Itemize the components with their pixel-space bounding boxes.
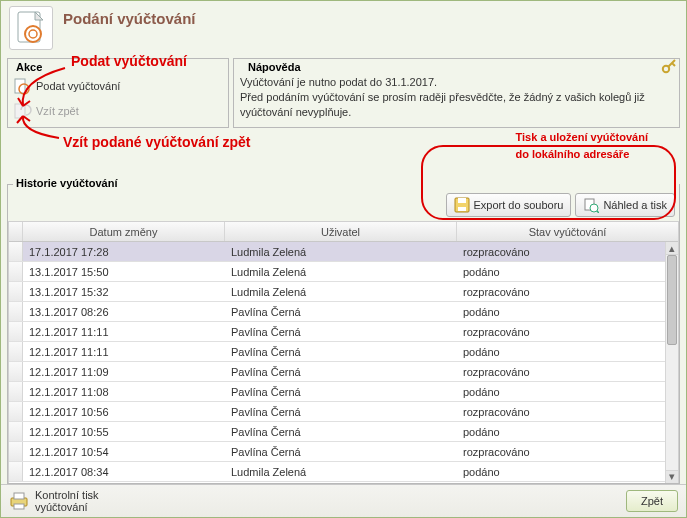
cell-state: rozpracováno: [457, 406, 665, 418]
page-title: Podání vyúčtování: [53, 6, 196, 27]
table-row[interactable]: 13.1.2017 08:26Pavlína Černápodáno: [9, 302, 665, 322]
footer: Kontrolní tisk vyúčtování Zpět: [1, 484, 686, 517]
header: Podání vyúčtování Podat vyúčtování: [1, 1, 686, 50]
col-date[interactable]: Datum změny: [23, 222, 225, 241]
annotation-undo: Vzít podané vyúčtování zpět: [63, 134, 250, 150]
key-icon[interactable]: [660, 57, 678, 77]
col-state[interactable]: Stav vyúčtování: [457, 222, 678, 241]
scroll-track[interactable]: [666, 255, 678, 470]
cell-date: 12.1.2017 11:09: [23, 366, 225, 378]
action-undo: Vzít zpět: [8, 98, 228, 123]
cell-user: Pavlína Černá: [225, 426, 457, 438]
submit-icon: [12, 76, 32, 96]
cell-user: Pavlína Černá: [225, 346, 457, 358]
table-row[interactable]: 12.1.2017 10:54Pavlína Černározpracováno: [9, 442, 665, 462]
export-button[interactable]: Export do souboru: [446, 193, 572, 217]
row-handle: [9, 242, 23, 261]
cell-date: 12.1.2017 11:08: [23, 386, 225, 398]
cell-user: Ludmila Zelená: [225, 266, 457, 278]
printer-icon: [9, 491, 29, 511]
row-handle: [9, 342, 23, 361]
annotation-export: Tisk a uložení vyúčtování do lokálního a…: [516, 128, 648, 162]
cell-state: rozpracováno: [457, 246, 665, 258]
cell-user: Pavlína Černá: [225, 326, 457, 338]
cell-state: rozpracováno: [457, 366, 665, 378]
row-handle: [9, 302, 23, 321]
col-rownum: [9, 222, 23, 241]
export-button-label: Export do souboru: [474, 199, 564, 211]
cell-state: rozpracováno: [457, 286, 665, 298]
cell-state: rozpracováno: [457, 446, 665, 458]
scroll-up-icon[interactable]: ▴: [666, 242, 678, 255]
cell-user: Ludmila Zelená: [225, 466, 457, 478]
cell-user: Ludmila Zelená: [225, 286, 457, 298]
svg-rect-14: [14, 504, 24, 509]
annotation-row: Vzít podané vyúčtování zpět Tisk a ulože…: [1, 128, 686, 184]
cell-user: Pavlína Černá: [225, 366, 457, 378]
history-panel-title: Historie vyúčtování: [13, 177, 679, 189]
table-row[interactable]: 12.1.2017 11:11Pavlína Černározpracováno: [9, 322, 665, 342]
col-user[interactable]: Uživatel: [225, 222, 457, 241]
table-row[interactable]: 12.1.2017 10:55Pavlína Černápodáno: [9, 422, 665, 442]
cell-date: 13.1.2017 15:50: [23, 266, 225, 278]
cell-date: 12.1.2017 10:55: [23, 426, 225, 438]
cell-state: podáno: [457, 386, 665, 398]
row-handle: [9, 322, 23, 341]
print-button-label: Náhled a tisk: [603, 199, 667, 211]
grid-header: Datum změny Uživatel Stav vyúčtování: [9, 222, 678, 242]
help-line1: Vyúčtování je nutno podat do 31.1.2017.: [240, 76, 437, 88]
table-row[interactable]: 12.1.2017 11:09Pavlína Černározpracováno: [9, 362, 665, 382]
dialog-window: Podání vyúčtování Podat vyúčtování Akce …: [0, 0, 687, 518]
help-panel-title: Nápověda: [245, 61, 304, 73]
cell-state: podáno: [457, 466, 665, 478]
cell-date: 12.1.2017 10:56: [23, 406, 225, 418]
cell-user: Pavlína Černá: [225, 386, 457, 398]
save-icon: [454, 197, 470, 213]
help-text: Vyúčtování je nutno podat do 31.1.2017. …: [240, 73, 673, 120]
cell-date: 12.1.2017 08:34: [23, 466, 225, 478]
help-panel: Nápověda Vyúčtování je nutno podat do 31…: [233, 58, 680, 128]
action-undo-label: Vzít zpět: [36, 105, 79, 117]
table-row[interactable]: 12.1.2017 11:11Pavlína Černápodáno: [9, 342, 665, 362]
table-row[interactable]: 17.1.2017 17:28Ludmila Zelenározpracován…: [9, 242, 665, 262]
undo-icon: [12, 101, 32, 121]
footer-print-link[interactable]: Kontrolní tisk vyúčtování: [9, 489, 115, 513]
svg-rect-8: [458, 198, 466, 203]
cell-date: 17.1.2017 17:28: [23, 246, 225, 258]
footer-print-label: Kontrolní tisk vyúčtování: [35, 489, 115, 513]
back-button[interactable]: Zpět: [626, 490, 678, 512]
row-handle: [9, 382, 23, 401]
cell-user: Ludmila Zelená: [225, 246, 457, 258]
print-button[interactable]: Náhled a tisk: [575, 193, 675, 217]
row-handle: [9, 442, 23, 461]
cell-state: podáno: [457, 306, 665, 318]
cell-state: rozpracováno: [457, 326, 665, 338]
svg-rect-9: [458, 207, 466, 211]
scroll-thumb[interactable]: [667, 255, 677, 345]
action-submit-label: Podat vyúčtování: [36, 80, 120, 92]
scrollbar[interactable]: ▴ ▾: [665, 242, 678, 483]
cell-date: 13.1.2017 08:26: [23, 306, 225, 318]
cell-user: Pavlína Černá: [225, 306, 457, 318]
cell-state: podáno: [457, 266, 665, 278]
svg-point-1: [25, 26, 41, 42]
svg-rect-13: [14, 493, 24, 499]
history-toolbar: Export do souboru Náhled a tisk: [8, 189, 679, 221]
table-row[interactable]: 13.1.2017 15:32Ludmila Zelenározpracován…: [9, 282, 665, 302]
table-row[interactable]: 12.1.2017 11:08Pavlína Černápodáno: [9, 382, 665, 402]
row-handle: [9, 282, 23, 301]
history-grid: Datum změny Uživatel Stav vyúčtování 17.…: [8, 221, 679, 483]
action-submit[interactable]: Podat vyúčtování: [8, 73, 228, 98]
grid-body: 17.1.2017 17:28Ludmila Zelenározpracován…: [9, 242, 678, 483]
scroll-down-icon[interactable]: ▾: [666, 470, 678, 483]
table-row[interactable]: 13.1.2017 15:50Ludmila Zelenápodáno: [9, 262, 665, 282]
row-handle: [9, 462, 23, 481]
history-panel: Historie vyúčtování Export do souboru Ná…: [7, 184, 680, 484]
table-row[interactable]: 12.1.2017 10:56Pavlína Černározpracováno: [9, 402, 665, 422]
table-row[interactable]: 12.1.2017 08:34Ludmila Zelenápodáno: [9, 462, 665, 482]
cell-date: 12.1.2017 11:11: [23, 346, 225, 358]
document-stamp-icon: [9, 6, 53, 50]
row-handle: [9, 362, 23, 381]
help-line2: Před podáním vyúčtování se prosím raději…: [240, 91, 645, 118]
actions-panel-title: Akce: [13, 61, 45, 73]
